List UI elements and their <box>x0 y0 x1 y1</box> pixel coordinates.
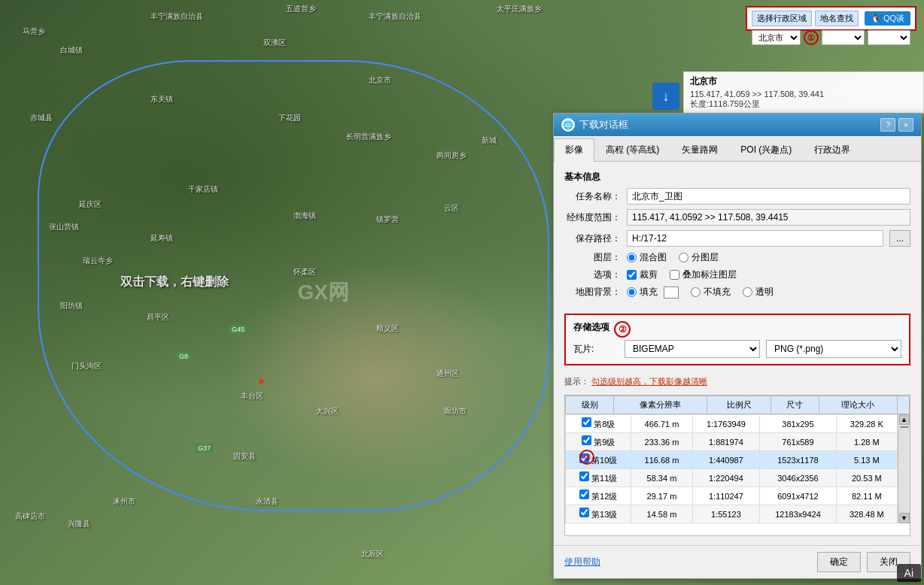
level-table: 级别 像素分辨率 比例尺 尺寸 理论大小 <box>565 396 910 414</box>
tab-elevation[interactable]: 高程 (等高线) <box>594 138 670 161</box>
task-name-input[interactable] <box>627 188 910 205</box>
road-sign-g45: G45 <box>229 325 247 334</box>
dialog-help-button[interactable]: ? <box>880 118 895 132</box>
crop-checkbox[interactable] <box>627 270 637 280</box>
layer-mixed-option[interactable]: 混合图 <box>627 251 667 264</box>
level-10-size: 1523x1178 <box>760 451 836 469</box>
dialog-titlebar: 🌐 下载对话框 ? × <box>554 114 921 136</box>
qq-badge: 🐧 QQ谈 <box>865 11 910 26</box>
road-sign-g37: G37 <box>196 444 213 453</box>
dialog-title: 下载对话框 <box>579 118 628 132</box>
bg-nofill-radio[interactable] <box>691 287 701 297</box>
level-10-label: 第10级 <box>591 456 617 465</box>
level-12-scale: 1:110247 <box>692 487 760 505</box>
level-13-label: 第13级 <box>591 510 617 519</box>
browse-button[interactable]: ... <box>889 230 910 247</box>
level-9-theory: 1.28 M <box>836 433 897 451</box>
sub-sub-region-dropdown[interactable] <box>868 30 910 45</box>
beijing-city-title: 北京市 <box>690 75 917 88</box>
bg-nofill-option[interactable]: 不填充 <box>691 286 731 299</box>
level-10-theory: 5.13 M <box>836 451 897 469</box>
col-header-size: 尺寸 <box>771 396 819 414</box>
crop-label: 裁剪 <box>640 268 658 281</box>
dialog-footer: 使用帮助 确定 关闭 <box>554 545 921 578</box>
table-scroll-body[interactable]: 第8级 466.71 m 1:1763949 381x295 329.28 K … <box>565 414 898 523</box>
col-header-level: 级别 <box>566 396 614 414</box>
bg-nofill-label: 不填充 <box>704 286 731 299</box>
level-13-checkbox[interactable] <box>579 508 589 517</box>
layer-split-option[interactable]: 分图层 <box>679 251 719 264</box>
table-row: 第13级 14.58 m 1:55123 12183x9424 328.48 M <box>566 505 898 523</box>
help-link[interactable]: 使用帮助 <box>564 556 600 568</box>
annotation-option[interactable]: 叠加标注图层 <box>670 268 737 281</box>
table-scrollbar: ▲ ▼ <box>898 414 910 523</box>
layer-mixed-radio[interactable] <box>627 253 637 262</box>
level-9-label: 第9级 <box>594 438 615 447</box>
level-12-resolution: 29.17 m <box>631 487 692 505</box>
bg-fill-option[interactable]: 填充 <box>627 286 679 299</box>
sub-region-dropdown[interactable] <box>822 30 865 45</box>
tab-boundary[interactable]: 行政边界 <box>803 138 862 161</box>
scroll-thumb[interactable] <box>900 426 909 428</box>
level-8-checkbox[interactable] <box>582 417 591 427</box>
format-dropdown[interactable]: PNG (*.png) <box>766 340 901 358</box>
dialog-globe-icon: 🌐 <box>561 118 575 132</box>
level-8-label: 第8级 <box>594 420 615 429</box>
level-9-scale: 1:881974 <box>692 433 760 451</box>
bg-transparent-radio[interactable] <box>743 287 752 297</box>
coord-row: 经纬度范围： 115.417, 41.0592 >> 117.508, 39.4… <box>564 209 910 226</box>
path-input[interactable] <box>627 230 883 247</box>
beijing-coords: 115.417, 41.059 >> 117.508, 39.441 <box>690 89 917 99</box>
level-8-theory: 329.28 K <box>836 415 897 433</box>
layer-radio-group: 混合图 分图层 <box>627 251 910 264</box>
hint-text: 提示： 勾选级别越高，下载影像越清晰 <box>564 376 910 387</box>
annotation-checkbox[interactable] <box>670 270 679 280</box>
download-arrow-button[interactable]: ↓ <box>652 83 679 110</box>
level-8-resolution: 466.71 m <box>631 415 692 433</box>
beijing-length: 长度:1118.759公里 <box>690 99 917 110</box>
scroll-up-arrow[interactable]: ▲ <box>899 414 910 425</box>
tab-image[interactable]: 影像 <box>554 138 594 162</box>
storage-section: 存储选项 ② 瓦片: BIGEMAP PNG (*.png) <box>564 314 910 365</box>
level-9-checkbox[interactable] <box>582 435 591 445</box>
dialog-body: 基本信息 任务名称： 经纬度范围： 115.417, 41.0592 >> 11… <box>554 162 921 545</box>
col-header-scale: 比例尺 <box>707 396 771 414</box>
coord-value: 115.417, 41.0592 >> 117.508, 39.4415 <box>627 209 910 226</box>
basic-info-section: 基本信息 任务名称： 经纬度范围： 115.417, 41.0592 >> 11… <box>564 171 910 303</box>
bg-label: 地图背景： <box>564 286 621 299</box>
level-12-checkbox[interactable] <box>579 490 589 499</box>
level-11-label: 第11级 <box>591 474 617 483</box>
hint-link[interactable]: 勾选级别越高，下载影像越清晰 <box>591 377 707 386</box>
level-12-size: 6091x4712 <box>760 487 836 505</box>
region-selector-container: 选择行政区域 地名查找 🐧 QQ谈 北京市 ① <box>746 6 916 31</box>
bg-transparent-label: 透明 <box>755 286 774 299</box>
coord-label: 经纬度范围： <box>564 211 621 224</box>
level-11-theory: 20.53 M <box>836 469 897 487</box>
level-11-checkbox[interactable] <box>579 471 589 481</box>
download-dialog: 🌐 下载对话框 ? × 影像 高程 (等高线) 矢量路网 POI (兴趣点) 行… <box>553 113 922 579</box>
scroll-down-arrow[interactable]: ▼ <box>899 513 910 523</box>
tab-vector[interactable]: 矢量路网 <box>670 138 729 161</box>
layer-mixed-label: 混合图 <box>640 251 667 264</box>
dialog-close-button[interactable]: × <box>898 118 913 132</box>
tab-poi[interactable]: POI (兴趣点) <box>729 138 803 161</box>
level-12-label: 第12级 <box>591 492 617 501</box>
tile-label: 瓦片: <box>573 343 619 356</box>
layer-split-radio[interactable] <box>679 253 688 262</box>
level-8-scale: 1:1763949 <box>692 415 760 433</box>
storage-row: 瓦片: BIGEMAP PNG (*.png) <box>573 340 901 358</box>
table-scroll-wrapper: 第8级 466.71 m 1:1763949 381x295 329.28 K … <box>565 414 910 523</box>
bg-transparent-option[interactable]: 透明 <box>743 286 774 299</box>
annotation-label: 叠加标注图层 <box>682 268 737 281</box>
option-group: 裁剪 叠加标注图层 <box>627 268 910 281</box>
region-dropdown[interactable]: 北京市 <box>752 30 801 45</box>
place-search-label: 地名查找 <box>815 11 859 26</box>
crop-option[interactable]: 裁剪 <box>627 268 658 281</box>
confirm-button[interactable]: 确定 <box>817 552 861 572</box>
level-8-size: 381x295 <box>760 415 836 433</box>
tile-dropdown[interactable]: BIGEMAP <box>625 340 760 358</box>
bg-fill-radio[interactable] <box>627 287 637 297</box>
bg-color-swatch[interactable] <box>664 286 679 299</box>
level-11-resolution: 58.34 m <box>631 469 692 487</box>
layer-split-label: 分图层 <box>691 251 719 264</box>
